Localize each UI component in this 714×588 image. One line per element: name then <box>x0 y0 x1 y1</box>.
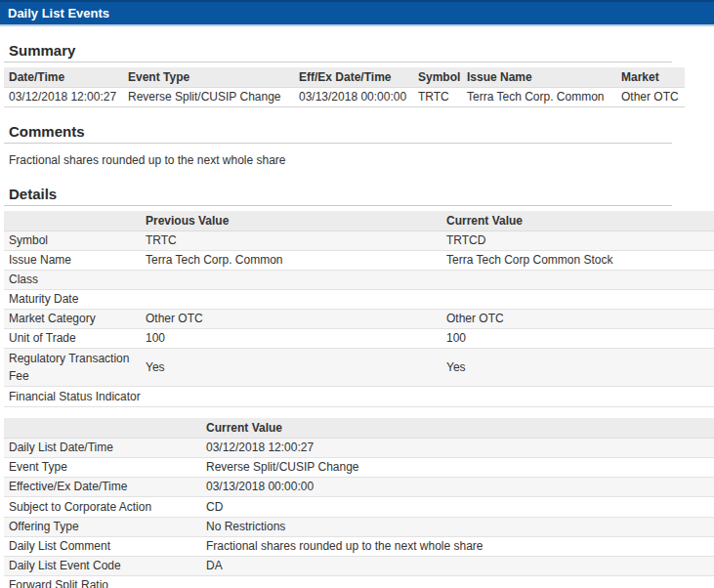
table-row: Class <box>4 271 714 290</box>
current-value-header: Current Value <box>441 211 714 231</box>
previous-value <box>141 290 441 310</box>
table-row: Regulatory Transaction FeeYesYes <box>4 349 714 387</box>
current-value <box>441 290 714 310</box>
field-label: Daily List Date/Time <box>4 439 201 458</box>
previous-value: Yes <box>141 349 441 387</box>
summary-col-datetime: Date/Time <box>4 67 123 88</box>
table-row: Financial Status Indicator <box>4 387 714 407</box>
field-label: Class <box>4 271 141 290</box>
table-row: Effective/Ex Date/Time03/13/2018 00:00:0… <box>4 478 714 497</box>
summary-divider <box>4 62 672 63</box>
table-row: Maturity Date <box>4 290 714 310</box>
summary-cell: Terra Tech Corp. Common <box>462 88 616 107</box>
current-value: Reverse Split/CUSIP Change <box>201 458 714 478</box>
page-title-bar: Daily List Events <box>0 0 714 26</box>
details-divider <box>4 205 672 206</box>
summary-col-market: Market <box>616 67 685 88</box>
table-row: Daily List CommentFractional shares roun… <box>4 537 714 557</box>
field-label: Market Category <box>4 310 141 329</box>
change-table-header-row: Previous Value Current Value <box>4 211 714 231</box>
summary-col-effex-datetime: Eff/Ex Date/Time <box>294 67 413 88</box>
previous-value: Other OTC <box>141 310 441 329</box>
summary-cell: 03/13/2018 00:00:00 <box>294 88 413 107</box>
current-value: Yes <box>441 349 714 387</box>
field-label: Event Type <box>4 458 201 478</box>
current-value <box>201 576 714 588</box>
summary-col-symbol: Symbol <box>413 67 462 88</box>
table-row: Issue NameTerra Tech Corp. CommonTerra T… <box>4 251 714 271</box>
main-content: Summary Date/Time Event Type Eff/Ex Date… <box>0 26 714 588</box>
comments-divider <box>4 143 672 144</box>
field-label: Maturity Date <box>4 290 141 310</box>
current-value <box>441 271 714 290</box>
field-label: Daily List Event Code <box>4 557 201 576</box>
summary-heading: Summary <box>9 26 714 59</box>
details-heading: Details <box>9 170 714 202</box>
field-label: Unit of Trade <box>4 329 141 349</box>
field-label: Regulatory Transaction Fee <box>4 349 141 387</box>
field-label: Issue Name <box>4 251 141 271</box>
previous-value-header: Previous Value <box>141 211 441 231</box>
field-label: Forward Split Ratio <box>4 576 201 588</box>
details-change-table: Previous Value Current Value SymbolTRTCT… <box>4 211 714 407</box>
summary-cell: 03/12/2018 12:00:27 <box>4 88 123 107</box>
change-corner-cell <box>4 211 141 231</box>
previous-value <box>141 387 441 407</box>
event-corner-cell <box>4 418 201 439</box>
current-value <box>441 387 714 407</box>
previous-value: 100 <box>141 329 441 349</box>
page-title: Daily List Events <box>8 6 109 21</box>
current-value: 03/12/2018 12:00:27 <box>201 439 714 458</box>
summary-cell: TRTC <box>413 88 462 107</box>
current-value: DA <box>201 557 714 576</box>
summary-cell: Reverse Split/CUSIP Change <box>123 88 294 107</box>
field-label: Daily List Comment <box>4 537 201 557</box>
previous-value: TRTC <box>141 231 441 251</box>
summary-cell: Other OTC <box>616 88 685 107</box>
table-row: 03/12/2018 12:00:27Reverse Split/CUSIP C… <box>4 88 685 107</box>
previous-value <box>141 271 441 290</box>
current-value: Terra Tech Corp Common Stock <box>441 251 714 271</box>
current-value: No Restrictions <box>201 518 714 537</box>
previous-value: Terra Tech Corp. Common <box>141 251 441 271</box>
table-row: Offering TypeNo Restrictions <box>4 518 714 537</box>
comment-text: Fractional shares rounded up to the next… <box>9 152 714 168</box>
current-value: CD <box>201 497 714 518</box>
current-value: 100 <box>441 329 714 349</box>
table-row: Forward Split Ratio <box>4 576 714 588</box>
current-value: Fractional shares rounded up to the next… <box>201 537 714 557</box>
current-value: 03/13/2018 00:00:00 <box>201 478 714 497</box>
table-row: SymbolTRTCTRTCD <box>4 231 714 251</box>
summary-table: Date/Time Event Type Eff/Ex Date/Time Sy… <box>4 67 685 107</box>
current-value: TRTCD <box>441 231 714 251</box>
field-label: Effective/Ex Date/Time <box>4 478 201 497</box>
comments-heading: Comments <box>9 107 714 140</box>
field-label: Offering Type <box>4 518 201 537</box>
field-label: Financial Status Indicator <box>4 387 141 407</box>
summary-col-event-type: Event Type <box>123 67 294 88</box>
table-row: Unit of Trade100100 <box>4 329 714 349</box>
field-label: Symbol <box>4 231 141 251</box>
table-row: Daily List Date/Time03/12/2018 12:00:27 <box>4 439 714 458</box>
field-label: Subject to Corporate Action <box>4 497 201 518</box>
event-current-value-header: Current Value <box>201 418 714 439</box>
table-row: Event TypeReverse Split/CUSIP Change <box>4 458 714 478</box>
table-row: Daily List Event CodeDA <box>4 557 714 576</box>
summary-col-issue-name: Issue Name <box>462 67 616 88</box>
event-table-header-row: Current Value <box>4 418 714 439</box>
current-value: Other OTC <box>441 310 714 329</box>
table-row: Market CategoryOther OTCOther OTC <box>4 310 714 329</box>
table-row: Subject to Corporate ActionCD <box>4 497 714 518</box>
details-event-table: Current Value Daily List Date/Time03/12/… <box>4 418 714 588</box>
summary-header-row: Date/Time Event Type Eff/Ex Date/Time Sy… <box>4 67 685 88</box>
